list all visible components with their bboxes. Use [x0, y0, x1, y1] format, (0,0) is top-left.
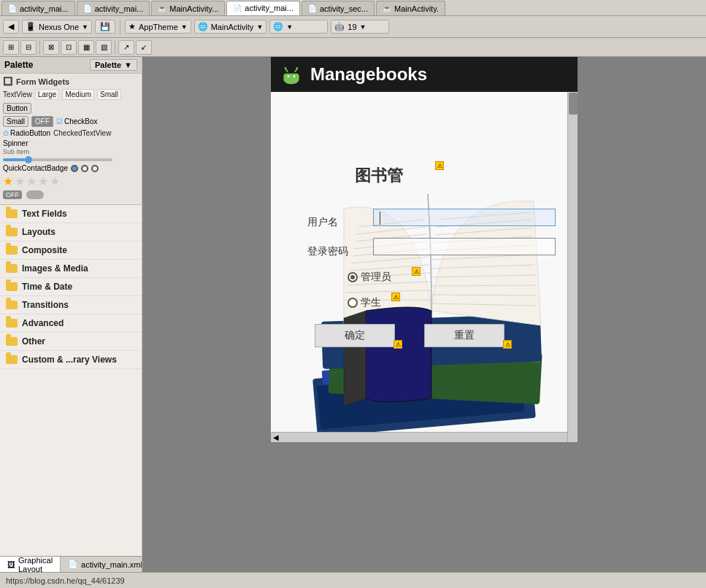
sidebar-item-time-date[interactable]: Time & Date: [0, 278, 142, 296]
tab-icon-6: ☕: [383, 4, 391, 12]
radio-admin-inner: [350, 275, 355, 279]
star-3[interactable]: ★: [26, 174, 37, 188]
slider-widget[interactable]: [3, 158, 139, 161]
checkbox-label: CheckBox: [64, 117, 98, 125]
toolbar2-sep-2: [115, 40, 115, 55]
tab-main-activity-1[interactable]: ☕ MainActivity...: [151, 1, 225, 15]
checkbox-widget[interactable]: ☑ CheckBox: [56, 117, 98, 125]
sidebar-palette: Palette Palette ▼ 🔲 Form Widgets TextVie…: [0, 57, 142, 572]
qcb-dot-3[interactable]: [91, 165, 99, 172]
sidebar-item-custom-library[interactable]: Custom & ...rary Views: [0, 351, 142, 369]
sidebar-item-other[interactable]: Other: [0, 333, 142, 351]
activity-dropdown[interactable]: 🌐 MainActivity ▼: [194, 20, 267, 34]
folder-icon-images-media: [6, 264, 18, 273]
star-rating-widget[interactable]: ★ ★ ★ ★ ★: [3, 174, 139, 188]
sidebar-item-transitions[interactable]: Transitions: [0, 296, 142, 314]
sidebar-item-composite[interactable]: Composite: [0, 241, 142, 260]
star-1[interactable]: ★: [3, 174, 13, 188]
star-5[interactable]: ★: [50, 174, 60, 188]
t2-btn-5[interactable]: ▦: [78, 40, 94, 55]
back-button[interactable]: ◀: [3, 20, 19, 34]
radio-admin[interactable]: 管理员: [348, 271, 391, 284]
api-dropdown-arrow: ▼: [360, 23, 367, 31]
toggle-off-btn[interactable]: OFF: [3, 190, 22, 199]
locale-dropdown[interactable]: 🌐 ▼: [269, 20, 328, 34]
toolbar-separator-1: [120, 20, 120, 34]
folder-icon-custom-library: [6, 355, 18, 364]
large-btn[interactable]: Large: [35, 89, 60, 100]
tab-main-activity-2[interactable]: ☕ MainActivity.: [376, 1, 445, 15]
password-input[interactable]: [373, 238, 556, 255]
category-list: Text Fields Layouts Composite Images & M…: [0, 205, 142, 556]
t2-btn-4[interactable]: ⊡: [61, 40, 77, 55]
small-btn[interactable]: Small: [97, 89, 121, 100]
confirm-button[interactable]: 确定: [315, 324, 395, 347]
tab-activity-mai-4[interactable]: 📄 activity_mai...: [226, 1, 300, 15]
main-layout: Palette Palette ▼ 🔲 Form Widgets TextVie…: [0, 57, 706, 572]
star-4[interactable]: ★: [38, 174, 48, 188]
graphical-layout-icon: 🖼: [7, 560, 15, 569]
sidebar-item-images-media[interactable]: Images & Media: [0, 260, 142, 278]
tab-activity-mai-1[interactable]: 📄 activity_mai...: [1, 1, 75, 15]
qcb-dot-2[interactable]: [81, 165, 88, 172]
chinese-title: 图书管: [355, 165, 403, 187]
radiobutton-widget[interactable]: ⊙ RadioButton: [3, 129, 50, 137]
folder-icon-transitions: [6, 301, 18, 309]
textview-label[interactable]: TextView: [3, 90, 32, 98]
warn-badge-title: ⚠: [435, 161, 444, 170]
sidebar-item-advanced[interactable]: Advanced: [0, 314, 142, 333]
sidebar-item-text-fields[interactable]: Text Fields: [0, 205, 142, 223]
scroll-thumb[interactable]: [569, 93, 578, 115]
toggle-small[interactable]: [26, 190, 44, 199]
save-button[interactable]: 💾: [95, 20, 115, 34]
book-background-illustration: [271, 92, 578, 442]
slider-thumb[interactable]: [25, 156, 32, 163]
toggle-row: Small OFF ☑ CheckBox: [3, 116, 139, 127]
bottom-tab-xml[interactable]: 📄 activity_main.xml: [61, 557, 142, 572]
warn-badge-confirm: ⚠: [394, 340, 402, 349]
off-toggle-btn[interactable]: OFF: [31, 116, 53, 127]
xml-icon: 📄: [68, 560, 78, 569]
tab-icon-3: ☕: [158, 4, 166, 12]
slider-track: [3, 158, 112, 161]
api-dropdown[interactable]: 🤖 19 ▼: [331, 20, 389, 34]
tab-activity-sec[interactable]: 📄 activity_sec...: [302, 1, 375, 15]
qcb-dot-1[interactable]: [71, 165, 78, 172]
t2-btn-2[interactable]: ⊟: [20, 40, 37, 55]
form-widgets-title: 🔲 Form Widgets: [3, 77, 139, 86]
username-input[interactable]: [373, 209, 556, 226]
bottom-tab-graphical[interactable]: 🖼 Graphical Layout: [0, 557, 61, 572]
medium-btn[interactable]: Medium: [62, 89, 94, 100]
theme-dropdown-arrow: ▼: [181, 23, 188, 31]
sidebar-item-layouts[interactable]: Layouts: [0, 223, 142, 241]
t2-btn-6[interactable]: ▧: [96, 40, 112, 55]
tab-activity-mai-2[interactable]: 📄 activity_mai...: [77, 1, 150, 15]
spinner-label: Spinner: [3, 139, 139, 147]
quick-contact-badge[interactable]: QuickContactBadge: [3, 164, 139, 172]
warn-badge-radio1: ⚠: [412, 267, 421, 276]
palette-dropdown[interactable]: Palette ▼: [90, 59, 137, 71]
star-2[interactable]: ★: [15, 174, 25, 188]
spinner-widget[interactable]: Spinner Sub Item: [3, 139, 139, 155]
button-btn[interactable]: Button: [3, 103, 31, 114]
locale-dropdown-arrow: ▼: [286, 23, 293, 31]
radio-student[interactable]: 学生: [348, 296, 381, 309]
phone-frame: Managebooks: [271, 57, 578, 442]
reset-button[interactable]: 重置: [424, 324, 504, 347]
checkedtextview-label[interactable]: CheckedTextView: [53, 129, 111, 137]
device-dropdown[interactable]: 📱 Nexus One ▼: [22, 20, 92, 34]
theme-dropdown[interactable]: ★ AppTheme ▼: [125, 20, 191, 34]
status-bar-bottom: https://blog.csdn.he/qq_44/61239: [0, 572, 706, 588]
scroll-left-arrow[interactable]: ◀: [271, 433, 281, 441]
textview-row: TextView Large Medium Small Button: [3, 89, 139, 114]
t2-btn-7[interactable]: ↗: [118, 40, 134, 55]
t2-btn-1[interactable]: ⊞: [3, 40, 19, 55]
folder-icon-composite: [6, 246, 18, 255]
t2-btn-3[interactable]: ⊠: [43, 40, 59, 55]
palette-dropdown-arrow: ▼: [124, 61, 132, 69]
toolbar: ◀ 📱 Nexus One ▼ 💾 ★ AppTheme ▼ 🌐 MainAct…: [0, 16, 706, 38]
canvas-scrollbar[interactable]: [567, 92, 578, 442]
small-toggle-btn[interactable]: Small: [3, 116, 28, 127]
t2-btn-8[interactable]: ↙: [136, 40, 152, 55]
canvas-area: Managebooks: [142, 57, 706, 572]
